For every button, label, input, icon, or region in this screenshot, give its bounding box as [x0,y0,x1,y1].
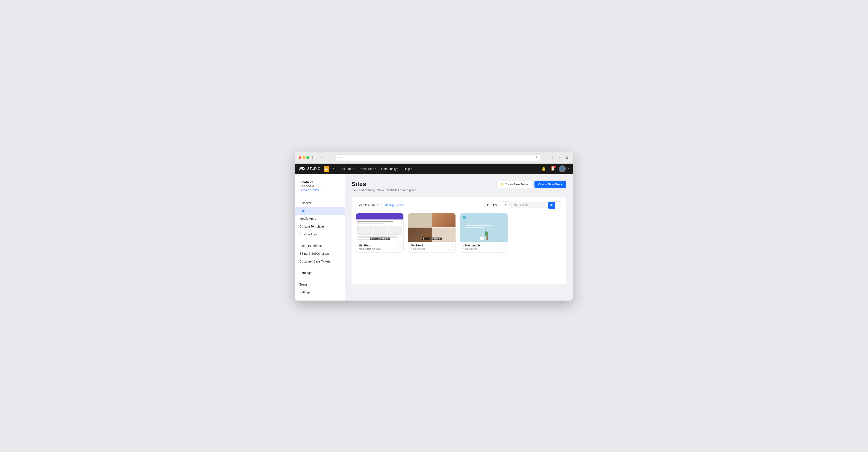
tree-trunk [487,236,488,240]
site-more-btn-2[interactable]: ••• [447,244,453,250]
download-btn[interactable]: ⬇ [544,155,549,160]
site-thumbnail-1: Built on WIX STUDIO [356,214,403,242]
sidebar-item-discover[interactable]: Discover [295,199,345,207]
page-title: Sites [351,180,417,188]
nav-community[interactable]: Community ▾ [379,166,401,172]
page-header: Sites View and manage all your websites … [351,180,566,192]
create-folder-label: Create New Folder [505,183,529,186]
sidebar-item-billing-subscriptions[interactable]: Billing & Subscriptions › [295,250,345,257]
sidebar-divider-4 [295,279,345,279]
community-chevron-icon: ▾ [397,168,398,170]
search-box[interactable]: 🔍 Search... [511,202,546,208]
templates-btn[interactable]: 📋 20+ [550,166,556,172]
all-sites-filter-btn[interactable]: All sites (3) ▾ [356,202,382,208]
user-avatar-btn[interactable]: 👤 [559,165,566,172]
wix-studio-watermark-1: Built on WIX STUDIO [370,237,390,241]
app-body: luca6729 Role: Owner Become a Partner Di… [295,174,573,301]
grid-view-btn[interactable]: ⊞ [548,202,555,208]
refresh-btn[interactable]: ↻ [536,156,538,159]
sidebar-item-customer-care-label: Customer Care Tickets [300,260,330,263]
site-card-my-site-2[interactable]: Built on WIX STUDIO My Site 2 Not publis… [408,213,456,253]
export-icon: ⬆ [505,203,507,207]
site1-boxes [358,226,402,235]
create-site-label: Create New Site [538,183,560,186]
close-dot[interactable] [299,156,301,159]
app-navbar: WIX STUDIO L2 ▾ All Sites ▾ Resources ▾ … [295,164,573,174]
sidebar-user-info: luca6729 Role: Owner Become a Partner [295,178,345,195]
filter-btn[interactable]: ⊟ Filter [484,202,500,208]
forward-btn[interactable]: › [327,155,333,160]
help-chevron-icon: ▾ [411,168,412,170]
house-roof [479,235,485,237]
maximize-dot[interactable] [306,156,309,159]
url-input[interactable] [342,156,535,159]
site-card-footer-2: My Site 2 Not published ••• [408,242,456,252]
site-card-footer-1: My Site 1 https://luca6729.wix.... ••• [356,242,403,252]
create-site-btn[interactable]: Create New Site ▾ [534,180,566,188]
sidebar-item-mobile-apps-label: Mobile Apps [300,217,316,220]
site-thumbnail-3 [460,214,507,242]
sidebar-partner-link[interactable]: Become a Partner [300,189,320,192]
sidebar-item-mobile-apps[interactable]: Mobile Apps [295,215,345,223]
page-title-group: Sites View and manage all your websites … [351,180,417,192]
browser-window: ‹ › 🛡 ↻ ⬇ ⬆ + ⧉ WIX STUDIO L2 ▾ All Site… [295,152,573,301]
notification-bell-btn[interactable]: 🔔 [540,166,547,172]
back-btn[interactable]: ‹ [318,155,324,160]
sidebar-item-discover-label: Discover [300,201,311,205]
site-more-btn-3[interactable]: ••• [499,244,505,250]
site-more-btn-1[interactable]: ••• [395,244,401,250]
window-dots [299,156,309,159]
sidebar-item-client-experience[interactable]: Client Experience › [295,242,345,250]
sidebar-toggle-btn[interactable] [312,156,316,159]
manage-view-btn[interactable]: Manage View ▾ [384,203,404,207]
nav-all-sites[interactable]: All Sites ▾ [339,166,356,172]
create-folder-btn[interactable]: 📁 Create New Folder [496,180,532,188]
new-tab-btn[interactable]: + [557,155,562,160]
sidebar-item-earnings[interactable]: Earnings › [295,269,345,277]
sidebar-item-team-label: Team [300,283,307,286]
site-name-2: My Site 2 [411,244,445,247]
house-body [480,236,484,240]
sidebar-username: luca6729 [300,180,340,184]
site1-line-1 [358,221,393,222]
resources-chevron-icon: ▾ [375,168,376,170]
all-sites-filter-chevron-icon: ▾ [377,203,379,207]
windows-btn[interactable]: ⧉ [564,155,569,160]
sites-count-badge: (3) [370,203,376,207]
site-card-clicks-supply[interactable]: clicks.supply Not published ••• [460,213,508,253]
sites-grid: Built on WIX STUDIO My Site 1 https://lu… [356,213,562,253]
create-site-chevron-icon: ▾ [561,183,562,186]
folder-icon: 📁 [500,183,504,186]
earnings-chevron-icon: › [340,272,340,274]
sidebar-item-custom-apps[interactable]: Custom Apps [295,230,345,238]
sidebar-item-custom-apps-label: Custom Apps [300,232,317,236]
workspace-badge[interactable]: L2 [324,166,330,172]
minimize-dot[interactable] [303,156,305,159]
all-sites-chevron-icon: ▾ [353,168,354,170]
export-btn[interactable]: ⬆ [502,201,509,209]
nav-resources[interactable]: Resources ▾ [358,166,378,172]
sidebar-item-sites-label: Sites [300,209,306,213]
sidebar-item-custom-templates[interactable]: Custom Templates [295,223,345,230]
sidebar: luca6729 Role: Owner Become a Partner Di… [295,174,345,301]
workspace-chevron-icon[interactable]: ▾ [333,168,334,170]
share-btn[interactable]: ⬆ [550,155,556,160]
avatar-icon: 👤 [560,167,564,170]
site3-bar-2 [466,227,484,228]
avatar-chevron-icon[interactable]: ▾ [568,168,569,170]
studio-text: STUDIO [307,167,320,171]
all-sites-filter-label: All sites [359,203,369,207]
nav-help[interactable]: Help ▾ [401,166,414,172]
wix-text: WIX [299,167,306,171]
sidebar-item-settings[interactable]: Settings › [295,288,345,296]
address-bar[interactable]: 🛡 ↻ [336,154,541,161]
site-thumbnail-2: Built on WIX STUDIO [408,214,456,242]
site3-circle [463,216,466,219]
list-view-btn[interactable]: ☰ [555,202,562,208]
header-actions: 📁 Create New Folder Create New Site ▾ [496,180,566,188]
site-card-my-site-1[interactable]: Built on WIX STUDIO My Site 1 https://lu… [356,213,404,253]
sidebar-item-customer-care-tickets[interactable]: Customer Care Tickets [295,257,345,265]
sidebar-item-sites[interactable]: Sites [295,207,345,215]
sidebar-item-team[interactable]: Team [295,281,345,288]
navbar-right-actions: 🔔 📋 20+ 👤 ▾ [540,165,569,172]
